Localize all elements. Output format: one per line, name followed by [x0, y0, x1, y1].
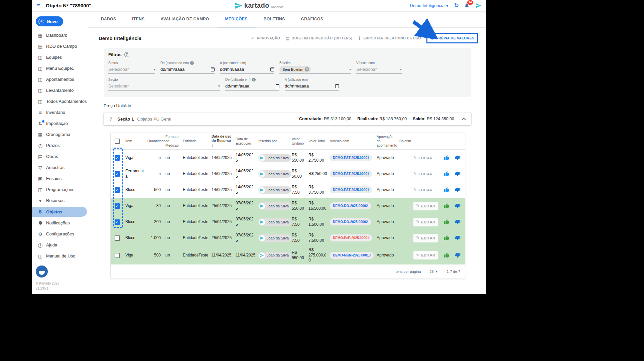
edit-button[interactable]: ✎EDITAR [412, 200, 439, 212]
cell-duso: 14/05/2025 [210, 154, 234, 162]
tab-itens[interactable]: ITENS [124, 11, 152, 27]
sidebar: +Novo ▦Dashboard▤RDO de Campo◫Equipes◫Me… [32, 11, 88, 294]
refresh-icon[interactable]: ↻ [454, 2, 459, 9]
thumb-down-button[interactable] [455, 252, 461, 258]
price-section-label: Preço Unitário [104, 103, 486, 109]
sidebar-item-apontamentos[interactable]: ◫Apontamentos [32, 74, 88, 85]
filter-de-utilizado-em[interactable]: De (utilizado em)idd/mm/aaaa [225, 77, 279, 91]
filter-de-executado-em[interactable]: De (executado em)idd/mm/aaaa [160, 60, 215, 74]
edit-button[interactable]: ✎EDITAR [412, 216, 439, 228]
row-checkbox[interactable] [111, 234, 124, 242]
action-exportar-relatorio-de-uso[interactable]: ↧EXPORTAR RELATÓRIO DE USO [358, 36, 421, 40]
thumb-up-button[interactable] [444, 203, 449, 209]
filter-vinculo-com[interactable]: Vínculo comSelecionar▾ [356, 60, 402, 74]
chip-remove-icon[interactable]: × [305, 67, 309, 71]
thumb-down-button[interactable] [455, 219, 461, 225]
sidebar-item-obras[interactable]: ▤Obras [32, 151, 88, 162]
link-chip[interactable]: DEMO-teste-2025.00013 [329, 250, 375, 260]
thumb-up-button[interactable] [444, 171, 449, 177]
sidebar-item-manual-de-uso[interactable]: ◫Manual de Uso [32, 250, 88, 261]
link-chip[interactable]: DEMO-PeP-2025.00001 [329, 233, 375, 243]
sidebar-item-ajuda[interactable]: ?Ajuda [32, 239, 88, 250]
new-button[interactable]: +Novo [36, 16, 63, 26]
sidebar-item-prazos[interactable]: ◷Prazos [32, 140, 88, 151]
row-checkbox[interactable]: ✓ [111, 218, 124, 226]
thumb-up-button[interactable] [444, 187, 449, 193]
sidebar-item-configuracoes[interactable]: ⚙Configurações [32, 228, 88, 239]
filter-boletim[interactable]: BoletimSem Boletim×▾ [279, 60, 351, 74]
column-header-fmt: Formato de Medição [164, 133, 181, 149]
column-header-inser: Inserido por [257, 138, 290, 145]
sidebar-item-notificacoes[interactable]: Notificações [32, 217, 88, 228]
edit-button[interactable]: ✎EDITAR [412, 232, 439, 244]
sidebar-item-menu-equipe1[interactable]: ◫Menu Equipe1 [32, 63, 88, 74]
link-chip[interactable]: DEMO-EST-2025.00001 [329, 185, 375, 195]
sidebar-item-programacoes[interactable]: ◫Programações [32, 184, 88, 195]
column-header-duso[interactable]: Data de uso do Recurso ↓ [210, 133, 234, 149]
tab-graficos[interactable]: GRÁFICOS [293, 11, 332, 27]
user-avatar[interactable] [36, 265, 48, 278]
tab-boletins[interactable]: BOLETINS [256, 11, 293, 27]
link-chip[interactable]: DEMO-DO-2025.00002 [329, 217, 375, 227]
sort-desc-icon[interactable]: ↓ [212, 143, 214, 148]
action-boletim-de-medicao-10-itens[interactable]: ▤BOLETIM DE MEDIÇÃO (10 ITENS) [285, 36, 352, 40]
sidebar-item-ensaios[interactable]: ▣Ensaios [32, 173, 88, 184]
sidebar-item-amostras[interactable]: ▽Amostras [32, 162, 88, 173]
calendar-icon[interactable] [276, 84, 279, 88]
calendar-icon[interactable] [270, 67, 274, 71]
edit-button[interactable]: ✎EDITAR [412, 186, 439, 194]
select-all-checkbox[interactable] [111, 137, 124, 145]
calendar-icon[interactable] [211, 67, 215, 71]
link-chip[interactable]: DEMO-DO-2025.00002 [329, 201, 375, 211]
collapse-icon[interactable] [462, 118, 466, 122]
thumb-up-button[interactable] [444, 219, 449, 225]
account-menu[interactable]: Demo Inteligência ▼ [410, 3, 449, 8]
help-icon[interactable]: ? [124, 52, 129, 57]
link-chip[interactable]: DEMO-EST-2025.00001 [329, 169, 375, 179]
thumb-down-button[interactable] [455, 155, 461, 161]
sidebar-item-rdo-de-campo[interactable]: ▤RDO de Campo [32, 41, 88, 52]
sidebar-item-cronograma[interactable]: ▦Cronograma [32, 129, 88, 140]
action-previa-de-valores[interactable]: ↧PRÉVIA DE VALORES [426, 33, 478, 43]
link-chip[interactable]: DEMO-EST-2025.00001 [329, 153, 375, 163]
tab-avaliacao-de-campo[interactable]: AVALIAÇÃO DE CAMPO [153, 11, 217, 27]
thumb-down-button[interactable] [455, 187, 461, 193]
filter-secao[interactable]: SeçãoSelecionar▾ [108, 77, 220, 91]
row-checkbox[interactable]: ✓ [111, 154, 124, 162]
thumb-up-button[interactable] [444, 235, 449, 241]
edit-button[interactable]: ✎EDITAR [412, 170, 439, 178]
filter-status[interactable]: StatusSelecionar▾ [108, 60, 155, 74]
row-checkbox[interactable]: ✓ [111, 170, 124, 178]
sidebar-item-importacao[interactable]: ⇅Importação [32, 118, 88, 129]
row-checkbox[interactable]: ✓ [111, 186, 124, 194]
row-checkbox[interactable] [111, 251, 124, 259]
sidebar-item-recursos[interactable]: ▾Recursos [32, 195, 88, 206]
sidebar-item-levantamento[interactable]: ◫Levantamento [32, 85, 88, 96]
edit-button[interactable]: ✎EDITAR [412, 154, 439, 162]
sidebar-item-objetos[interactable]: $Objetos [32, 207, 87, 217]
per-page-select[interactable]: 25 ▼ [429, 269, 438, 274]
filter-a-utilizado-em[interactable]: A (utilizado em)dd/mm/aaaa [285, 77, 339, 91]
thumb-up-button[interactable] [444, 252, 449, 258]
thumb-down-button[interactable] [455, 171, 461, 177]
thumb-down-button[interactable] [455, 203, 461, 209]
thumb-down-button[interactable] [455, 235, 461, 241]
notifications-bell-icon[interactable]: 10 [464, 3, 470, 9]
accordion-totals: Contratado: R$ 313.100,00 Realizado: R$ … [299, 117, 465, 121]
tab-dados[interactable]: DADOS [93, 11, 124, 27]
user-chip: João da Silva [258, 202, 291, 210]
accordion-secao-1[interactable]: 7 Seção 1 Objetos PU Geral Contratado: R… [104, 113, 471, 125]
kartado-app-icon[interactable] [476, 3, 482, 9]
row-checkbox[interactable]: ✓ [111, 202, 124, 210]
thumb-up-button[interactable] [444, 155, 449, 161]
action-aprovacao[interactable]: ✓APROVAÇÃO [251, 36, 280, 40]
tab-medicoes[interactable]: MEDIÇÕES [217, 11, 255, 27]
calendar-icon[interactable] [335, 84, 339, 88]
sidebar-item-dashboard[interactable]: ▦Dashboard [32, 30, 88, 41]
sidebar-item-inventario[interactable]: ≡Inventário [32, 107, 88, 118]
filter-a-executado-em[interactable]: A (executado em)dd/mm/aaaa [220, 60, 274, 74]
sidebar-item-todos-apontamentos[interactable]: ◫Todos Apontamentos [32, 96, 88, 107]
edit-button[interactable]: ✎EDITAR [412, 250, 439, 261]
menu-icon[interactable]: ≡ [36, 2, 40, 9]
sidebar-item-equipes[interactable]: ◫Equipes [32, 52, 88, 63]
